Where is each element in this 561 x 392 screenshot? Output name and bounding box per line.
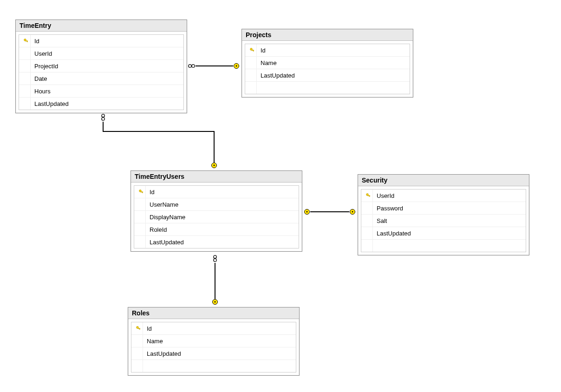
key-icon (22, 35, 31, 47)
column-row (245, 82, 410, 94)
entity-security[interactable]: Security UserId Password Salt LastUpdate… (358, 174, 529, 255)
column-row: RoleId (134, 223, 299, 236)
entity-body: UserId Password Salt LastUpdated (361, 189, 526, 252)
entity-body: Id UserId ProjectId Date Hours LastUpdat… (19, 34, 184, 110)
connector-line (103, 131, 215, 132)
entity-timeentry[interactable]: TimeEntry Id UserId ProjectId Date Hours… (15, 20, 187, 113)
diagram-canvas: TimeEntry Id UserId ProjectId Date Hours… (0, 0, 561, 392)
entity-projects[interactable]: Projects Id Name LastUpdated (241, 29, 413, 98)
cardinality-many-icon (98, 113, 108, 123)
column-row: Date (19, 72, 183, 85)
svg-point-16 (192, 65, 195, 67)
column-name: Id (150, 189, 155, 196)
column-row: Name (131, 335, 296, 347)
column-name: Name (261, 59, 277, 66)
column-row: LastUpdated (245, 69, 410, 82)
connector-line (196, 65, 233, 66)
column-name: Salt (377, 217, 387, 224)
column-name: UserId (34, 50, 52, 57)
column-row: LastUpdated (361, 227, 526, 240)
entity-title: Security (358, 175, 529, 186)
column-name: Id (261, 47, 266, 54)
connector-line (215, 263, 215, 298)
column-row: UserId (19, 47, 183, 60)
column-name: LastUpdated (377, 230, 411, 237)
svg-point-34 (215, 301, 216, 303)
entity-body: Id Name LastUpdated (131, 322, 296, 372)
cardinality-one-icon (232, 63, 241, 69)
column-name: LastUpdated (261, 72, 295, 79)
entity-title: Roles (128, 307, 299, 319)
entity-body: Id Name LastUpdated (245, 44, 410, 94)
column-name: UserId (377, 192, 394, 199)
column-name: LastUpdated (34, 100, 69, 107)
svg-point-31 (214, 255, 216, 258)
key-icon (134, 322, 143, 334)
entity-title: Projects (242, 29, 413, 41)
column-row: Id (134, 186, 299, 198)
connector-line (311, 211, 349, 212)
column-name: Id (147, 325, 152, 332)
column-row: ProjectId (19, 60, 183, 72)
column-row: Salt (361, 215, 526, 227)
cardinality-one-icon (209, 161, 219, 170)
cardinality-many-icon (210, 255, 220, 264)
svg-point-15 (189, 65, 191, 67)
column-row: LastUpdated (131, 347, 296, 360)
svg-point-26 (307, 211, 308, 213)
column-name: UserName (150, 201, 178, 208)
column-name: LastUpdated (150, 239, 184, 246)
svg-point-21 (102, 118, 104, 120)
svg-point-20 (102, 114, 104, 117)
entity-timeentryusers[interactable]: TimeEntryUsers Id UserName DisplayName R… (130, 170, 302, 252)
cardinality-one-icon (348, 209, 357, 215)
column-row: UserId (361, 189, 526, 202)
column-name: Date (34, 75, 47, 82)
svg-rect-8 (142, 192, 143, 193)
key-icon (137, 186, 146, 198)
column-row: DisplayName (134, 211, 299, 223)
column-row: Hours (19, 85, 183, 98)
cardinality-one-icon (210, 297, 220, 307)
column-name: Password (377, 205, 403, 212)
column-row: LastUpdated (19, 98, 183, 110)
entity-roles[interactable]: Roles Id Name LastUpdated (128, 307, 300, 376)
connector-line (214, 131, 215, 162)
column-row: UserName (134, 198, 299, 211)
column-row: Id (19, 35, 183, 47)
column-name: LastUpdated (147, 350, 181, 357)
column-name: Name (147, 338, 163, 345)
svg-point-29 (352, 211, 353, 213)
column-name: RoleId (150, 226, 167, 233)
svg-rect-11 (369, 196, 370, 197)
svg-point-23 (214, 165, 215, 166)
cardinality-one-icon (302, 209, 312, 215)
column-row (131, 360, 296, 372)
column-row: Id (131, 322, 296, 335)
column-name: Id (34, 38, 39, 45)
column-row: Password (361, 202, 526, 215)
svg-point-18 (236, 65, 237, 67)
svg-rect-2 (27, 41, 27, 42)
entity-body: Id UserName DisplayName RoleId LastUpdat… (134, 185, 299, 248)
svg-rect-14 (139, 329, 140, 330)
column-name: ProjectId (34, 63, 58, 70)
cardinality-many-icon (187, 63, 196, 69)
column-row: LastUpdated (134, 236, 299, 248)
entity-title: TimeEntryUsers (131, 171, 302, 183)
column-row: Name (245, 57, 410, 69)
key-icon (364, 189, 373, 202)
column-row: Id (245, 44, 410, 57)
column-row (361, 240, 526, 252)
svg-point-32 (214, 259, 216, 261)
svg-rect-5 (253, 51, 254, 52)
column-name: DisplayName (150, 214, 185, 221)
key-icon (248, 44, 257, 56)
connector-line (103, 122, 104, 131)
column-name: Hours (34, 88, 51, 95)
entity-title: TimeEntry (16, 20, 187, 32)
